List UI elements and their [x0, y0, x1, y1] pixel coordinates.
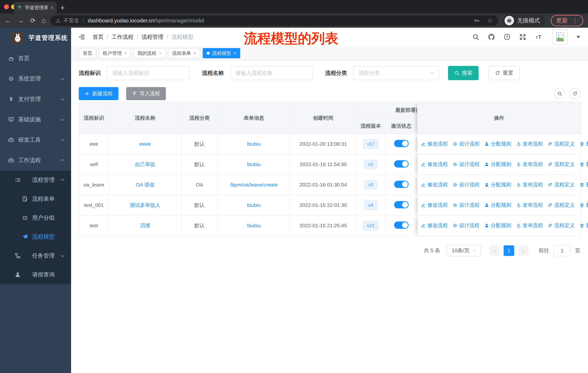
sidebar-item-process-model[interactable]: 流程模型 [0, 227, 71, 246]
action-delete[interactable]: 删除 [579, 222, 588, 229]
action-definition[interactable]: 流程定义 [548, 141, 575, 147]
security-label[interactable]: 不安全 [63, 17, 79, 24]
action-definition[interactable]: 流程定义 [548, 222, 575, 229]
sidebar-item-infra[interactable]: 基础设施 [0, 109, 71, 130]
forward-button[interactable]: → [18, 17, 24, 24]
action-design[interactable]: 设计流程 [452, 222, 480, 229]
process-name-link[interactable]: OA 请假 [109, 175, 181, 195]
sidebar-item-workflow[interactable]: 工作流程 [0, 150, 71, 171]
avatar-caret-icon[interactable] [576, 36, 580, 38]
action-assign[interactable]: 分配规则 [484, 141, 511, 147]
action-design[interactable]: 设计流程 [452, 202, 480, 209]
process-name-link[interactable]: 滔博 [109, 216, 181, 236]
address-bar[interactable]: ⚠ 不安全 dashboard.yudao.iocoder.cn/bpm/man… [50, 15, 498, 26]
version-badge[interactable]: v21 [363, 221, 378, 230]
search-icon[interactable] [472, 33, 479, 40]
reload-button[interactable]: ⟳ [30, 17, 36, 24]
tag-process-model[interactable]: 流程模型× [203, 48, 240, 58]
action-assign[interactable]: 分配规则 [484, 161, 511, 168]
back-button[interactable]: ← [5, 17, 11, 24]
action-definition[interactable]: 流程定义 [548, 181, 575, 188]
action-edit[interactable]: 修改流程 [421, 141, 448, 147]
app-logo[interactable]: 芋道管理系统 [0, 28, 71, 48]
version-badge[interactable]: v17 [363, 139, 378, 149]
action-definition[interactable]: 流程定义 [548, 202, 575, 209]
action-definition[interactable]: 流程定义 [548, 161, 575, 168]
version-badge[interactable]: v5 [364, 180, 377, 189]
sidebar-item-devtools[interactable]: 研发工具 [0, 130, 71, 150]
github-icon[interactable] [488, 33, 495, 40]
action-assign[interactable]: 分配规则 [484, 222, 511, 229]
action-publish[interactable]: 发布流程 [516, 222, 543, 229]
action-edit[interactable]: 修改流程 [421, 181, 448, 188]
close-icon[interactable]: × [159, 51, 161, 56]
version-badge[interactable]: v4 [364, 201, 377, 210]
breadcrumb-item[interactable]: 工作流程 [112, 33, 133, 41]
page-size-select[interactable]: 10条/页 [447, 245, 481, 256]
action-assign[interactable]: 分配规则 [484, 181, 511, 188]
goto-page-input[interactable] [554, 245, 571, 256]
action-design[interactable]: 设计流程 [452, 161, 480, 168]
form-info-link[interactable]: biubiu [218, 195, 290, 216]
active-toggle[interactable] [394, 160, 409, 168]
form-info-link[interactable]: /bpm/oa/leave/create [218, 175, 290, 195]
close-icon[interactable]: × [124, 51, 127, 56]
sidebar-item-process-mgmt[interactable]: 流程管理 [0, 171, 71, 189]
sidebar-item-task-mgmt[interactable]: 任务管理 [0, 246, 71, 265]
action-design[interactable]: 设计流程 [452, 141, 480, 147]
sidebar-item-system[interactable]: 系统管理 [0, 69, 71, 89]
version-badge[interactable]: v2 [364, 160, 377, 169]
fullscreen-icon[interactable] [519, 33, 526, 40]
close-icon[interactable]: × [234, 51, 236, 56]
avatar[interactable] [553, 29, 567, 45]
action-publish[interactable]: 发布流程 [516, 141, 543, 147]
breadcrumb-item[interactable]: 首页 [93, 33, 104, 41]
new-tab-button[interactable]: + [60, 3, 65, 12]
sidebar-item-leave-query[interactable]: 请假查询 [0, 265, 71, 284]
active-toggle[interactable] [394, 201, 409, 208]
process-name-link[interactable]: eeee [109, 134, 181, 154]
action-publish[interactable]: 发布流程 [516, 161, 543, 168]
sidebar-item-payment[interactable]: 支付管理 [0, 89, 71, 109]
key-icon[interactable] [474, 18, 480, 23]
action-delete[interactable]: 删除 [579, 202, 588, 209]
active-toggle[interactable] [394, 181, 409, 188]
form-info-link[interactable]: biubiu [218, 154, 290, 175]
sidebar-collapse-icon[interactable] [78, 34, 86, 40]
tab-close-icon[interactable]: × [50, 5, 53, 10]
close-window-button[interactable] [4, 4, 9, 9]
process-key-input[interactable] [107, 66, 190, 80]
action-assign[interactable]: 分配规则 [484, 202, 511, 209]
action-edit[interactable]: 修改流程 [421, 222, 448, 229]
form-info-link[interactable]: biubiu [218, 134, 290, 154]
browser-tab[interactable]: 芋道管理系统 × [14, 2, 57, 13]
process-name-input[interactable] [230, 66, 313, 80]
show-search-button[interactable] [554, 88, 565, 99]
home-button[interactable]: ⌂ [42, 17, 46, 25]
process-name-link[interactable]: 自己审批 [109, 154, 181, 175]
import-process-button[interactable]: 导入流程 [126, 87, 166, 100]
process-category-select[interactable]: 流程分类 [353, 66, 439, 80]
prev-page-button[interactable]: ‹ [489, 245, 500, 256]
sidebar-item-process-form[interactable]: 流程表单 [0, 189, 71, 208]
action-publish[interactable]: 发布流程 [516, 181, 543, 188]
close-icon[interactable]: × [194, 51, 196, 56]
action-publish[interactable]: 发布流程 [516, 202, 543, 209]
action-design[interactable]: 设计流程 [452, 181, 480, 188]
action-delete[interactable]: 删除 [579, 181, 588, 188]
font-size-icon[interactable] [535, 33, 543, 40]
tag-my-process[interactable]: 我的流程× [133, 48, 166, 58]
refresh-table-button[interactable] [569, 88, 581, 99]
active-toggle[interactable] [394, 222, 409, 229]
form-info-link[interactable]: biubiu [218, 216, 290, 236]
tag-home[interactable]: 首页 [79, 48, 96, 58]
active-toggle[interactable] [394, 140, 409, 147]
create-process-button[interactable]: 新建流程 [79, 87, 118, 100]
action-delete[interactable]: 删除 [579, 141, 588, 147]
next-page-button[interactable]: › [518, 245, 528, 256]
bookmark-star-icon[interactable]: ☆ [487, 17, 493, 24]
tag-process-form[interactable]: 流程表单× [168, 48, 200, 58]
action-edit[interactable]: 修改流程 [421, 161, 448, 168]
action-delete[interactable]: 删除 [579, 161, 588, 168]
browser-menu-icon[interactable]: ⋮ [572, 17, 578, 24]
